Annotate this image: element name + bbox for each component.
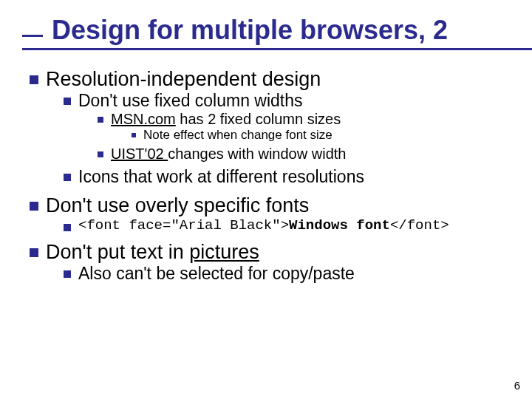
slide: Design for multiple browsers, 2 Resoluti… — [0, 0, 532, 299]
square-bullet-icon — [64, 270, 71, 278]
square-bullet-icon — [98, 117, 103, 123]
bullet-text: Icons that work at different resolutions — [78, 167, 364, 187]
bullet-text: Resolution-independent design — [46, 68, 321, 91]
content: Resolution-independent design Don't use … — [22, 68, 510, 284]
square-bullet-icon — [64, 174, 71, 181]
bullet-text: Also can't be selected for copy/paste — [78, 264, 355, 284]
code-sample: <font face="Arial Black">Windows font</f… — [78, 217, 449, 233]
code-open: <font face="Arial Black"> — [78, 217, 289, 233]
square-bullet-icon — [132, 133, 136, 137]
bullet-text: Note effect when change font size — [143, 128, 332, 143]
title-decor-line — [22, 48, 532, 50]
code-close: </font> — [390, 217, 449, 233]
bullet-resolution: Resolution-independent design Don't use … — [30, 68, 510, 187]
bullet-font-code: <font face="Arial Black">Windows font</f… — [64, 217, 510, 233]
square-bullet-icon — [30, 202, 38, 211]
bullet-text: UIST'02 changes with window width — [111, 146, 346, 163]
bullet-icons: Icons that work at different resolutions — [64, 167, 510, 187]
bullet-pictures: Don't put text in pictures Also can't be… — [30, 241, 510, 284]
link-uist[interactable]: UIST'02 — [111, 146, 168, 162]
title-block: Design for multiple browsers, 2 — [22, 15, 510, 46]
square-bullet-icon — [64, 224, 71, 231]
text-before-link: Don't put text in — [46, 241, 189, 263]
bullet-fixed-widths: Don't use fixed column widths MSN.com ha… — [64, 91, 510, 163]
link-pictures[interactable]: pictures — [189, 241, 259, 263]
bullet-text: MSN.com has 2 fixed column sizes — [111, 111, 341, 128]
bullet-uist: UIST'02 changes with window width — [98, 146, 510, 163]
square-bullet-icon — [98, 151, 103, 157]
text-after-link: has 2 fixed column sizes — [176, 111, 341, 127]
bullet-copy-paste: Also can't be selected for copy/paste — [64, 264, 510, 284]
bullet-msn: MSN.com has 2 fixed column sizes Note ef… — [98, 111, 510, 143]
link-msn[interactable]: MSN.com — [111, 111, 176, 127]
bullet-text: Don't use overly specific fonts — [46, 194, 309, 217]
square-bullet-icon — [30, 75, 38, 84]
bullet-fonts: Don't use overly specific fonts <font fa… — [30, 194, 510, 233]
bullet-text: Don't use fixed column widths — [78, 91, 303, 111]
page-number: 6 — [514, 379, 520, 392]
square-bullet-icon — [64, 98, 71, 105]
code-bold: Windows font — [289, 217, 390, 233]
bullet-text: Don't put text in pictures — [46, 241, 259, 264]
bullet-note-font-size: Note effect when change font size — [132, 128, 510, 143]
text-after-link: changes with window width — [168, 146, 346, 162]
slide-title: Design for multiple browsers, 2 — [52, 15, 510, 46]
square-bullet-icon — [30, 248, 38, 257]
